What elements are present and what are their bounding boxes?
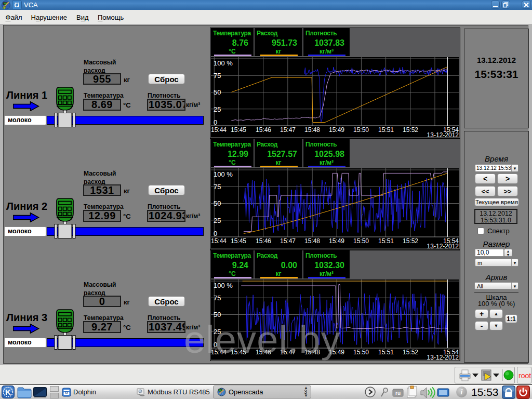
svg-text:15:52: 15:52 — [403, 237, 418, 245]
svg-text:100 %: 100 % — [214, 170, 233, 178]
svg-text:75: 75 — [214, 72, 221, 79]
svg-text:15:47: 15:47 — [280, 237, 296, 245]
svg-text:15:50: 15:50 — [353, 237, 369, 245]
svg-text:15:49: 15:49 — [329, 237, 344, 245]
svg-text:15:46: 15:46 — [256, 126, 271, 134]
svg-text:15:51: 15:51 — [378, 126, 394, 134]
svg-text:13-12-2012: 13-12-2012 — [427, 243, 459, 249]
svg-text:15:51: 15:51 — [378, 349, 394, 356]
svg-text:15:52: 15:52 — [403, 349, 418, 356]
svg-text:0: 0 — [214, 118, 217, 126]
svg-text:13-12-2012: 13-12-2012 — [427, 131, 459, 138]
svg-text:K: K — [5, 388, 11, 396]
svg-text:15:51: 15:51 — [378, 237, 394, 245]
svg-text:25: 25 — [214, 105, 221, 113]
svg-text:15:52: 15:52 — [403, 126, 418, 134]
svg-text:15:47: 15:47 — [280, 126, 296, 134]
svg-text:13-12-2012: 13-12-2012 — [427, 354, 459, 361]
svg-text:100 %: 100 % — [214, 59, 233, 67]
svg-text:15:50: 15:50 — [353, 126, 369, 134]
svg-text:75: 75 — [214, 183, 221, 191]
svg-text:50: 50 — [214, 200, 221, 207]
svg-text:15:50: 15:50 — [353, 349, 369, 356]
svg-text:15:48: 15:48 — [304, 237, 320, 245]
svg-text:75: 75 — [214, 294, 221, 302]
svg-text:15:45: 15:45 — [231, 237, 246, 245]
svg-text:ru: ru — [395, 390, 401, 396]
svg-text:50: 50 — [214, 88, 221, 96]
svg-text:0: 0 — [214, 230, 217, 237]
svg-text:25: 25 — [214, 217, 221, 224]
svg-text:15:44: 15:44 — [211, 126, 227, 134]
svg-text:15:46: 15:46 — [256, 237, 271, 245]
svg-text:15:45: 15:45 — [231, 126, 246, 134]
svg-text:100 %: 100 % — [214, 282, 233, 289]
svg-text:15:49: 15:49 — [329, 126, 344, 134]
svg-text:15:44: 15:44 — [211, 237, 227, 245]
svg-text:15:48: 15:48 — [304, 126, 320, 134]
